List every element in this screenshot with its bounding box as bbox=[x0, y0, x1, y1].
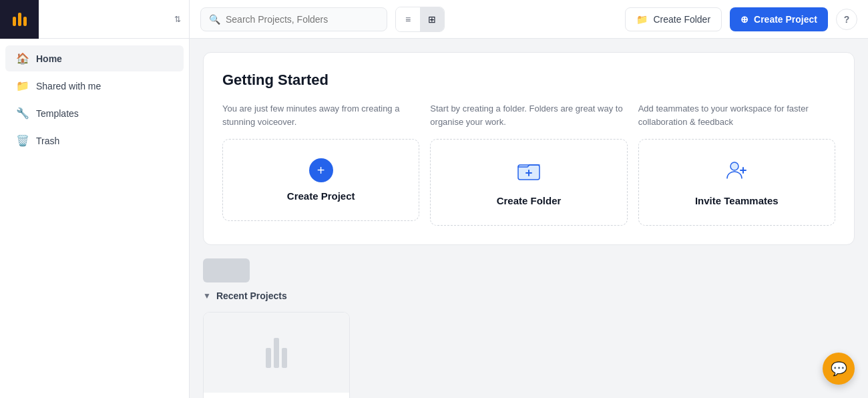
recent-projects-header[interactable]: ▼ Recent Projects bbox=[203, 290, 855, 301]
trash-icon: 🗑️ bbox=[16, 134, 29, 147]
help-icon: ? bbox=[844, 14, 850, 25]
gs-create-folder-desc: Start by creating a folder. Folders are … bbox=[430, 102, 627, 128]
workspace-selector[interactable]: ⇅ bbox=[39, 15, 189, 24]
gs-create-project-card[interactable]: + Create Project bbox=[222, 139, 419, 221]
chevron-down-icon: ⇅ bbox=[174, 15, 181, 24]
recent-chevron-icon: ▼ bbox=[203, 291, 211, 301]
logo-bar-3 bbox=[23, 17, 27, 26]
sidebar-item-shared[interactable]: 📁 Shared with me bbox=[5, 73, 184, 99]
svg-point-1 bbox=[730, 162, 738, 170]
templates-icon: 🔧 bbox=[16, 107, 29, 120]
thumb-bar-1 bbox=[266, 348, 271, 368]
search-input[interactable] bbox=[226, 14, 379, 25]
create-folder-button[interactable]: 📁 Create Folder bbox=[625, 7, 722, 31]
create-project-label: Create Project bbox=[754, 14, 817, 25]
person-plus-icon bbox=[724, 158, 748, 187]
logo-bar-2 bbox=[18, 13, 21, 26]
home-icon: 🏠 bbox=[16, 52, 29, 65]
gs-invite-column: Add teammates to your workspace for fast… bbox=[638, 102, 835, 226]
getting-started-card: Getting Started You are just few minutes… bbox=[203, 52, 855, 245]
sidebar-nav: 🏠 Home 📁 Shared with me 🔧 Templates 🗑️ T… bbox=[0, 39, 189, 160]
gs-invite-label: Invite Teammates bbox=[695, 195, 779, 206]
chat-bubble-button[interactable]: 💬 bbox=[823, 353, 855, 385]
logo-icon bbox=[13, 13, 27, 26]
gs-create-project-desc: You are just few minutes away from creat… bbox=[222, 102, 419, 128]
main-content: 🔍 ≡ ⊞ 📁 Create Folder ⊕ Create Project ? bbox=[190, 0, 868, 398]
gs-invite-card[interactable]: Invite Teammates bbox=[638, 139, 835, 226]
recent-placeholder-bar bbox=[203, 258, 250, 282]
search-box[interactable]: 🔍 bbox=[200, 7, 387, 31]
sidebar-item-label: Home bbox=[36, 53, 62, 64]
gs-invite-desc: Add teammates to your workspace for fast… bbox=[638, 102, 835, 128]
sidebar-item-label: Templates bbox=[36, 108, 79, 119]
create-folder-label: Create Folder bbox=[653, 14, 710, 25]
sidebar-item-trash[interactable]: 🗑️ Trash bbox=[5, 128, 184, 154]
project-card[interactable]: My Awesome Project ⋮ bbox=[203, 312, 350, 398]
sidebar-item-label: Trash bbox=[36, 136, 59, 146]
help-button[interactable]: ? bbox=[836, 9, 857, 30]
grid-icon: ⊞ bbox=[428, 14, 436, 25]
sidebar-item-templates[interactable]: 🔧 Templates bbox=[5, 100, 184, 126]
thumb-bar-2 bbox=[274, 338, 279, 368]
sidebar-item-label: Shared with me bbox=[36, 81, 101, 91]
recent-projects-section: ▼ Recent Projects bbox=[203, 258, 855, 398]
create-project-button[interactable]: ⊕ Create Project bbox=[730, 7, 828, 31]
content-area: Getting Started You are just few minutes… bbox=[190, 39, 868, 398]
sidebar-item-home[interactable]: 🏠 Home bbox=[5, 45, 184, 71]
chat-icon: 💬 bbox=[831, 361, 847, 377]
recent-projects-label: Recent Projects bbox=[216, 290, 287, 301]
logo-bar-1 bbox=[13, 17, 16, 26]
gs-create-project-label: Create Project bbox=[287, 190, 355, 202]
project-footer: My Awesome Project ⋮ bbox=[204, 393, 349, 398]
app-logo bbox=[0, 0, 39, 39]
project-thumb-icon bbox=[266, 338, 287, 368]
list-view-button[interactable]: ≡ bbox=[396, 7, 420, 31]
getting-started-cards: You are just few minutes away from creat… bbox=[222, 102, 835, 226]
view-toggle: ≡ ⊞ bbox=[395, 7, 445, 32]
gs-create-folder-card[interactable]: Create Folder bbox=[430, 139, 627, 226]
grid-view-button[interactable]: ⊞ bbox=[420, 7, 444, 31]
project-thumbnail bbox=[204, 313, 349, 393]
gs-create-folder-column: Start by creating a folder. Folders are … bbox=[430, 102, 627, 226]
folder-add-icon: 📁 bbox=[636, 14, 648, 25]
gs-create-folder-label: Create Folder bbox=[497, 195, 562, 206]
folder-icon: 📁 bbox=[16, 79, 29, 92]
projects-grid: My Awesome Project ⋮ bbox=[203, 312, 855, 398]
getting-started-title: Getting Started bbox=[222, 71, 835, 89]
search-icon: 🔍 bbox=[209, 14, 220, 25]
sidebar-header: ⇅ bbox=[0, 0, 189, 39]
circle-plus-icon: ⊕ bbox=[740, 14, 748, 25]
list-icon: ≡ bbox=[405, 14, 411, 25]
gs-create-project-column: You are just few minutes away from creat… bbox=[222, 102, 419, 226]
folder-plus-icon bbox=[517, 158, 541, 187]
topbar: 🔍 ≡ ⊞ 📁 Create Folder ⊕ Create Project ? bbox=[190, 0, 868, 39]
create-project-icon: + bbox=[309, 158, 333, 182]
thumb-bar-3 bbox=[282, 348, 287, 368]
sidebar: ⇅ 🏠 Home 📁 Shared with me 🔧 Templates 🗑️… bbox=[0, 0, 190, 398]
